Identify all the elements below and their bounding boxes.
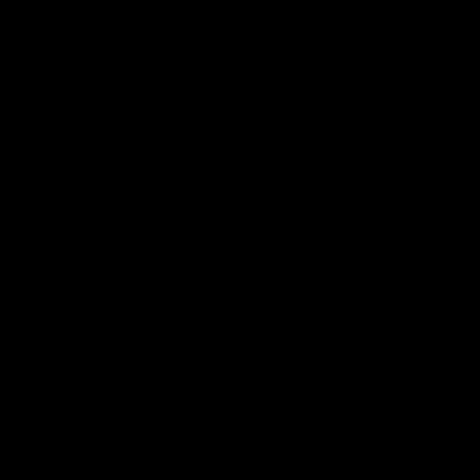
bottleneck-chart bbox=[0, 0, 476, 476]
chart-frame bbox=[0, 0, 476, 476]
